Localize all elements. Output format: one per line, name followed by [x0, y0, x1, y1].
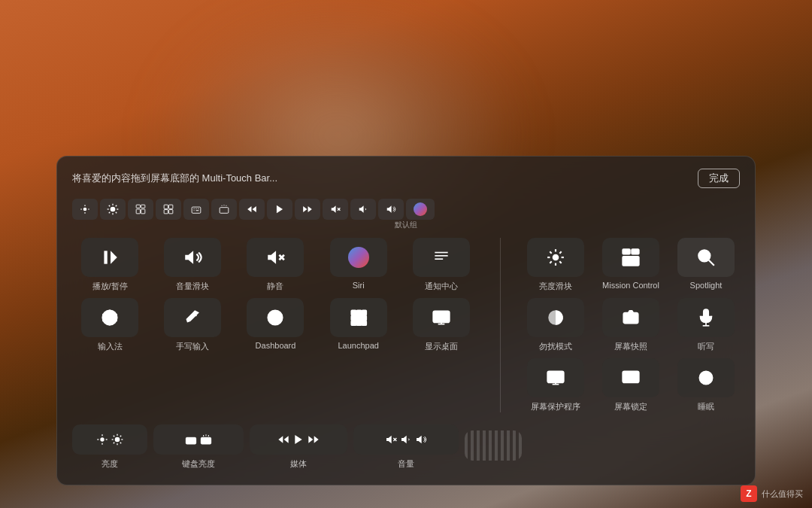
btn-dictation-label: 听写: [698, 341, 714, 352]
svg-point-83: [698, 250, 710, 261]
tb-brightness-low[interactable]: [72, 199, 98, 220]
tb-brightness-high[interactable]: [100, 199, 126, 220]
btn-donotdisturb-label: 勿扰模式: [539, 341, 572, 352]
bottom-media-label: 媒体: [290, 458, 307, 470]
svg-line-13: [109, 212, 110, 213]
btn-volume-label: 音量滑块: [176, 281, 209, 292]
svg-rect-16: [136, 209, 140, 214]
svg-marker-36: [308, 206, 312, 212]
btn-dashboard-label: Dashboard: [256, 341, 296, 350]
svg-rect-60: [356, 310, 362, 315]
tb-expose[interactable]: [128, 199, 153, 220]
btn-screenlock[interactable]: 屏幕锁定: [597, 358, 665, 412]
btn-brightness-ctrl[interactable]: 亮度滑块: [522, 238, 589, 292]
tb-vol-down[interactable]: [350, 199, 376, 220]
done-button[interactable]: 完成: [698, 169, 740, 188]
btn-screenshot-icon: [602, 298, 659, 337]
svg-line-114: [120, 436, 121, 437]
svg-rect-28: [220, 208, 229, 214]
btn-play-pause-label: 播放/暂停: [92, 281, 128, 292]
btn-play-pause[interactable]: 播放/暂停: [72, 238, 147, 292]
svg-rect-81: [632, 249, 639, 254]
watermark: Z 什么值得买: [741, 485, 803, 502]
btn-volume-slider-icon: [164, 238, 221, 277]
bottom-volume-icon: [353, 424, 459, 455]
bottom-media[interactable]: 媒体: [250, 424, 347, 470]
tb-forward[interactable]: [295, 199, 320, 220]
svg-point-58: [274, 316, 277, 318]
svg-rect-80: [623, 249, 630, 254]
btn-handwriting[interactable]: 手写输入: [155, 298, 230, 352]
tb-kbd-dim[interactable]: [183, 199, 209, 220]
btn-desktop-icon: [413, 298, 470, 337]
btn-screensaver-label: 屏幕保护程序: [531, 401, 580, 412]
btn-mission-control-icon: [602, 238, 659, 277]
tb-rewind[interactable]: [239, 199, 265, 220]
touchbar-items: [72, 199, 740, 220]
bottom-keyboard-brightness-icon: [153, 424, 244, 455]
svg-rect-18: [164, 205, 168, 208]
bottom-brightness[interactable]: 亮度: [72, 424, 147, 470]
svg-rect-61: [362, 310, 366, 315]
tb-play[interactable]: [267, 199, 292, 220]
svg-marker-37: [332, 205, 336, 212]
btn-desktop[interactable]: 显示桌面: [404, 298, 479, 352]
tb-spaces[interactable]: [156, 199, 181, 220]
btn-volume-slider[interactable]: 音量滑块: [155, 238, 230, 292]
svg-marker-125: [314, 436, 319, 443]
btn-launchpad-icon: [330, 298, 387, 337]
btn-launchpad[interactable]: Launchpad: [321, 298, 396, 352]
svg-line-79: [550, 261, 551, 263]
btn-sleep-label: 睡眠: [698, 401, 714, 412]
btn-notification-icon: [413, 238, 470, 277]
tb-kbd-bright[interactable]: [211, 199, 237, 220]
btn-dashboard[interactable]: Dashboard: [238, 298, 313, 352]
btn-siri-icon: [330, 238, 387, 277]
svg-line-113: [120, 443, 121, 443]
svg-point-86: [629, 316, 634, 321]
svg-marker-41: [387, 205, 392, 212]
svg-line-11: [116, 212, 117, 213]
btn-screensaver-icon: [527, 358, 584, 397]
tb-mute[interactable]: [323, 199, 348, 220]
bottom-keyboard-brightness[interactable]: 键盘亮度: [153, 424, 244, 470]
placeholder-icon: [465, 430, 522, 461]
bottom-volume[interactable]: 音量: [353, 424, 459, 470]
svg-marker-124: [308, 436, 313, 443]
svg-line-77: [559, 261, 561, 263]
tb-siri[interactable]: [406, 199, 435, 220]
btn-mute[interactable]: 静音: [238, 238, 313, 292]
btn-donotdisturb[interactable]: 勿扰模式: [522, 298, 589, 352]
right-row1: 勿扰模式 屏幕快照 听写: [522, 298, 740, 352]
svg-rect-117: [201, 437, 211, 444]
btn-screenshot[interactable]: 屏幕快照: [597, 298, 665, 352]
btn-spotlight[interactable]: Spotlight: [672, 238, 740, 292]
btn-brightness-ctrl-icon: [527, 238, 584, 277]
svg-marker-126: [386, 436, 392, 444]
btn-dictation[interactable]: 听写: [672, 298, 740, 352]
btn-sleep[interactable]: 睡眠: [672, 358, 740, 412]
svg-marker-40: [359, 205, 364, 212]
svg-line-78: [559, 251, 561, 253]
bottom-brightness-icon: [72, 424, 147, 455]
btn-mission-control[interactable]: Mission Control: [597, 238, 665, 292]
svg-line-12: [116, 205, 117, 206]
special-row: 亮度滑块 Mission Control Spotlight: [522, 238, 740, 292]
btn-input-method[interactable]: 输入法: [72, 298, 147, 352]
bottom-keyboard-brightness-label: 键盘亮度: [182, 458, 215, 470]
btn-spotlight-label: Spotlight: [690, 281, 723, 290]
btn-donotdisturb-icon: [527, 298, 584, 337]
btn-screenshot-label: 屏幕快照: [614, 341, 647, 352]
btn-screensaver[interactable]: 屏幕保护程序: [522, 358, 589, 412]
btn-siri[interactable]: Siri: [321, 238, 396, 292]
panel-title: 将喜爱的内容拖到屏幕底部的 Multi-Touch Bar...: [72, 172, 277, 185]
svg-point-52: [107, 310, 114, 325]
btn-handwriting-icon: [164, 298, 221, 337]
tb-vol-up[interactable]: [378, 199, 404, 220]
svg-point-107: [115, 437, 120, 443]
btn-notification[interactable]: 通知中心: [404, 238, 479, 292]
btn-screenlock-label: 屏幕锁定: [614, 401, 647, 412]
svg-rect-97: [628, 377, 635, 382]
svg-line-84: [709, 260, 714, 266]
btn-brightness-ctrl-label: 亮度滑块: [539, 281, 572, 292]
